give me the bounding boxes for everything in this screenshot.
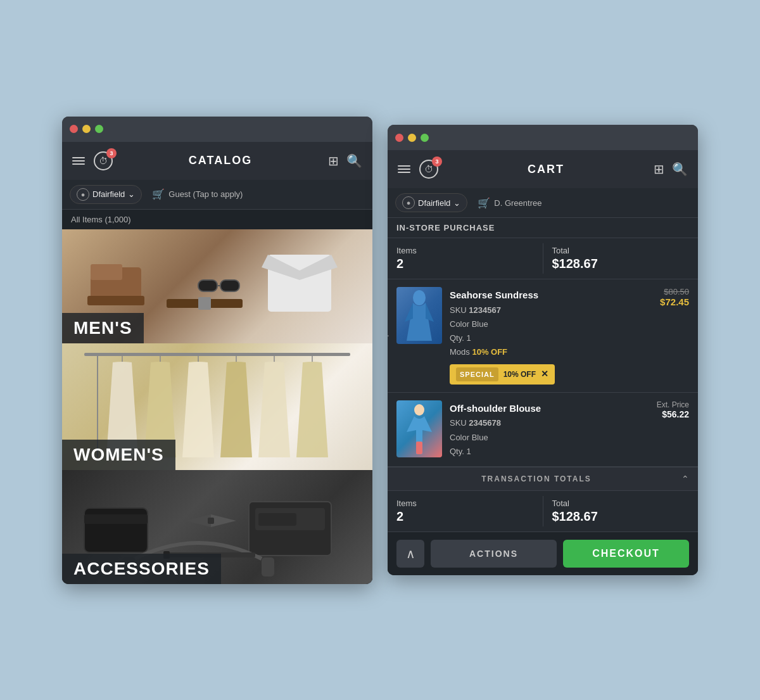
cart-bag-icon: 🛒	[478, 197, 490, 209]
cart-actions-bar: ∧ ACTIONS CHECKOUT	[388, 532, 698, 575]
item1-collapse-icon[interactable]: −	[388, 329, 390, 343]
catalog-window: ⏱ 3 CATALOG ⊞ 🔍 ● Dfairfield ⌄ 🛒 Guest (…	[62, 117, 372, 584]
catalog-category-womens[interactable]: WOMEN'S	[62, 343, 372, 470]
cart-totals-row: Items 2 Total $128.67	[388, 491, 698, 532]
scroll-up-button[interactable]: ∧	[396, 540, 424, 568]
cart-item1-info: Seahorse Sundress SKU 1234567 Color Blue…	[450, 287, 652, 385]
cart-header-icons: ⊞ 🔍	[654, 162, 688, 177]
item2-ext-price: $56.22	[657, 409, 689, 419]
womens-category-label: WOMEN'S	[62, 440, 175, 470]
cart-add-icon[interactable]: ⊞	[654, 162, 664, 177]
svg-point-31	[414, 404, 424, 416]
catalog-menu-icon[interactable]	[72, 157, 85, 165]
catalog-clock-button[interactable]: ⏱ 3	[94, 151, 113, 170]
in-store-label: IN-STORE PURCHASE	[388, 218, 698, 238]
cart-item1-image	[396, 287, 442, 344]
catalog-title: CATALOG	[119, 154, 322, 167]
mods-value: 10% OFF	[472, 347, 507, 357]
user-avatar-icon: ●	[77, 188, 89, 201]
cart-item1-qty: Qty. 1	[450, 331, 652, 345]
cart-user-selector[interactable]: ● Dfairfield ⌄	[395, 193, 467, 212]
item2-ext-label: Ext. Price	[657, 400, 689, 409]
catalog-search-icon[interactable]: 🔍	[346, 153, 362, 169]
catalog-guest-label: Guest (Tap to apply)	[168, 189, 243, 199]
minimize-button[interactable]	[82, 125, 91, 133]
cart-items-cell: Items 2	[388, 238, 543, 279]
svg-marker-20	[186, 514, 211, 527]
items-label: Items	[396, 246, 417, 255]
cart-titlebar	[388, 125, 698, 150]
up-arrow-icon: ∧	[406, 546, 415, 561]
special-remove-icon[interactable]: ✕	[541, 367, 548, 382]
cart-total-cell: Total $128.67	[543, 238, 699, 279]
cart-summary-row: Items 2 Total $128.67	[388, 238, 698, 279]
bag-icon: 🛒	[152, 188, 165, 200]
mens-category-label: MEN'S	[62, 313, 144, 343]
special-value: 10% OFF	[504, 368, 536, 381]
cart-item-1[interactable]: − Seahorse Sundress SKU 1234567 Color Bl…	[388, 279, 698, 393]
catalog-header-icons: ⊞ 🔍	[328, 153, 362, 169]
cart-close-button[interactable]	[395, 134, 403, 142]
totals-items-cell: Items 2	[388, 491, 543, 531]
cart-item2-info: Off-shoulder Blouse SKU 2345678 Color Bl…	[450, 400, 649, 459]
catalog-user-name: Dfairfield	[92, 189, 125, 199]
cart-item1-sku: SKU 1234567	[450, 303, 652, 317]
cart-item2-image	[396, 400, 442, 457]
blouse-svg	[403, 404, 435, 454]
total-label: Total	[552, 246, 569, 255]
cart-item2-sku: SKU 2345678	[450, 416, 649, 430]
transaction-totals-label: TRANSACTION TOTALS	[396, 474, 676, 483]
svg-rect-2	[91, 264, 122, 280]
cart-item1-color: Color Blue	[450, 317, 652, 331]
catalog-add-icon[interactable]: ⊞	[328, 153, 339, 169]
items-value: 2	[396, 257, 534, 271]
svg-marker-21	[211, 514, 236, 527]
cart-menu-icon[interactable]	[398, 165, 410, 173]
svg-rect-19	[84, 514, 148, 524]
catalog-app-header: ⏱ 3 CATALOG ⊞ 🔍	[62, 142, 372, 180]
totals-items-label: Items	[396, 499, 417, 508]
catalog-category-mens[interactable]: MEN'S	[62, 229, 372, 343]
catalog-user-selector[interactable]: ● Dfairfield ⌄	[70, 185, 142, 204]
all-items-bar: All Items (1,000)	[62, 210, 372, 229]
cart-maximize-button[interactable]	[421, 134, 429, 142]
transaction-totals-header[interactable]: TRANSACTION TOTALS ⌃	[388, 467, 698, 491]
totals-total-label: Total	[552, 499, 569, 508]
totals-total-value: $128.67	[552, 509, 690, 524]
special-tag[interactable]: SPECIAL 10% OFF ✕	[450, 364, 555, 385]
svg-rect-1	[87, 296, 144, 305]
svg-rect-22	[208, 518, 214, 524]
cart-minimize-button[interactable]	[408, 134, 416, 142]
close-button[interactable]	[70, 125, 78, 133]
chevron-down-icon: ⌄	[128, 189, 135, 199]
item1-original-price: $80.50	[660, 287, 689, 296]
cart-app-header: ⏱ 3 CART ⊞ 🔍	[388, 150, 698, 188]
cart-search-icon[interactable]: 🔍	[672, 162, 688, 177]
cart-item2-prices: Ext. Price $56.22	[657, 400, 689, 459]
all-items-text: All Items (1,000)	[71, 215, 131, 224]
svg-rect-4	[220, 280, 239, 291]
total-value: $128.67	[552, 257, 690, 271]
svg-rect-25	[258, 513, 296, 526]
special-label: SPECIAL	[456, 367, 498, 382]
svg-rect-3	[198, 280, 217, 291]
cart-customer-selector[interactable]: 🛒 D. Greentree	[472, 194, 547, 212]
catalog-badge: 3	[106, 148, 117, 158]
cart-item1-mods: Mods 10% OFF	[450, 345, 652, 359]
cart-item-2[interactable]: Off-shoulder Blouse SKU 2345678 Color Bl…	[388, 393, 698, 467]
cart-clock-button[interactable]: ⏱ 3	[419, 160, 438, 179]
cart-user-avatar-icon: ●	[402, 196, 415, 209]
cart-item1-name: Seahorse Sundress	[450, 287, 652, 303]
cart-body: IN-STORE PURCHASE Items 2 Total $128.67 …	[388, 218, 698, 575]
cart-item1-prices: $80.50 $72.45	[660, 287, 689, 385]
checkout-button[interactable]: CHECKOUT	[563, 540, 689, 568]
catalog-category-accessories[interactable]: ACCESSORIES	[62, 470, 372, 584]
svg-rect-32	[416, 442, 422, 454]
maximize-button[interactable]	[95, 125, 103, 133]
chevron-up-icon: ⌃	[681, 474, 689, 484]
actions-button[interactable]: ACTIONS	[431, 540, 557, 568]
cart-chevron-down-icon: ⌄	[453, 198, 460, 208]
cart-item2-color: Color Blue	[450, 431, 649, 445]
catalog-guest-selector[interactable]: 🛒 Guest (Tap to apply)	[147, 186, 248, 203]
svg-rect-27	[262, 557, 274, 576]
